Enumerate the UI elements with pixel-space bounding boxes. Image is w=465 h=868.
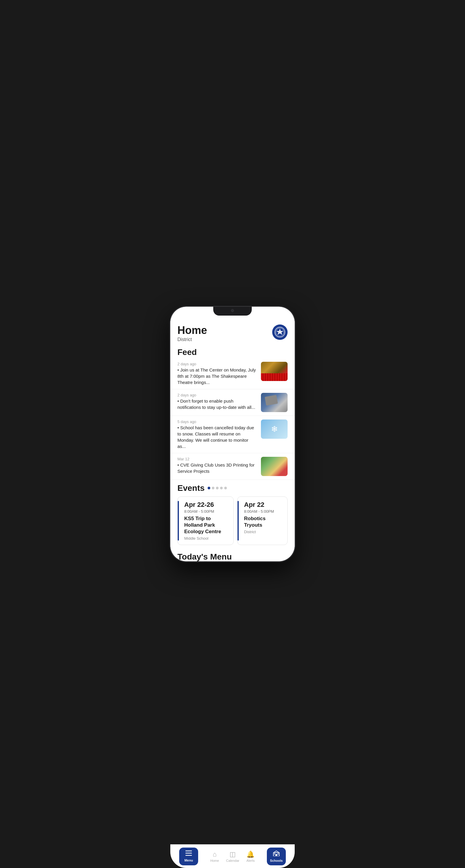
event-name: KS5 Trip to Holland Park Ecology Centre [184,516,229,535]
feed-image [261,457,288,476]
phone-notch [213,307,252,316]
dot-5 [224,487,227,489]
event-date: Apr 22 [244,501,283,508]
feed-item-text: Mar 12 • CVE Giving Club Uses 3D Printin… [177,457,257,474]
page-title: Home [177,324,207,336]
header: Home District [170,318,295,345]
feed-item-text: 2 days ago • Don't forget to enable push… [177,393,257,410]
event-card[interactable]: Apr 22-26 8:00AM - 5:00PM KS5 Trip to Ho… [177,496,234,545]
feed-item[interactable]: Mar 12 • CVE Giving Club Uses 3D Printin… [170,453,295,480]
phone-frame: Home District Feed 2 days ago • Join [170,307,295,561]
feed-item-text: 5 days ago • School has been cancelled t… [177,420,257,450]
dot-3 [216,487,219,489]
event-accent [178,501,179,540]
events-header: Events [170,480,295,495]
event-location: District [244,530,283,534]
events-section-title: Events [177,484,205,493]
camera [231,309,234,312]
feed-timestamp: 5 days ago [177,420,257,424]
feed-timestamp: 2 days ago [177,362,257,366]
feed-body: • Don't forget to enable push notificati… [177,398,257,410]
feed-body: • CVE Giving Club Uses 3D Printing for S… [177,462,257,474]
page-subtitle: District [177,337,207,342]
event-name: Robotics Tryouts [244,516,283,528]
feed-timestamp: 2 days ago [177,393,257,397]
feed-body: • School has been cancelled today due to… [177,425,257,450]
screen-content[interactable]: Home District Feed 2 days ago • Join [170,318,295,561]
dot-2 [212,487,214,489]
district-logo[interactable] [272,324,288,340]
events-pagination [208,487,227,489]
feed-item[interactable]: 2 days ago • Don't forget to enable push… [170,389,295,416]
feed-body: • Join us at The Center on Monday, July … [177,367,257,385]
menu-section: Today's Menu [170,549,295,561]
menu-title: Today's Menu [177,552,288,561]
header-text: Home District [177,324,207,342]
phone-screen: Home District Feed 2 days ago • Join [170,307,295,561]
feed-image [261,393,288,412]
event-location: Middle School [184,536,229,540]
feed-timestamp: Mar 12 [177,457,257,461]
feed-item[interactable]: 5 days ago • School has been cancelled t… [170,416,295,453]
feed-image [261,362,288,381]
event-date: Apr 22-26 [184,501,229,508]
dot-4 [220,487,223,489]
dot-1 [208,487,210,489]
event-card[interactable]: Apr 22 8:00AM - 5:00PM Robotics Tryouts … [237,496,288,545]
feed-item-text: 2 days ago • Join us at The Center on Mo… [177,362,257,385]
event-time: 8:00AM - 5:00PM [244,509,283,514]
events-list[interactable]: Apr 22-26 8:00AM - 5:00PM KS5 Trip to Ho… [170,495,295,549]
event-time: 8:00AM - 5:00PM [184,509,229,514]
feed-section-title: Feed [170,345,295,358]
feed-item[interactable]: 2 days ago • Join us at The Center on Mo… [170,358,295,389]
event-accent [237,501,239,540]
feed-image [261,420,288,439]
logo-icon [274,327,285,338]
